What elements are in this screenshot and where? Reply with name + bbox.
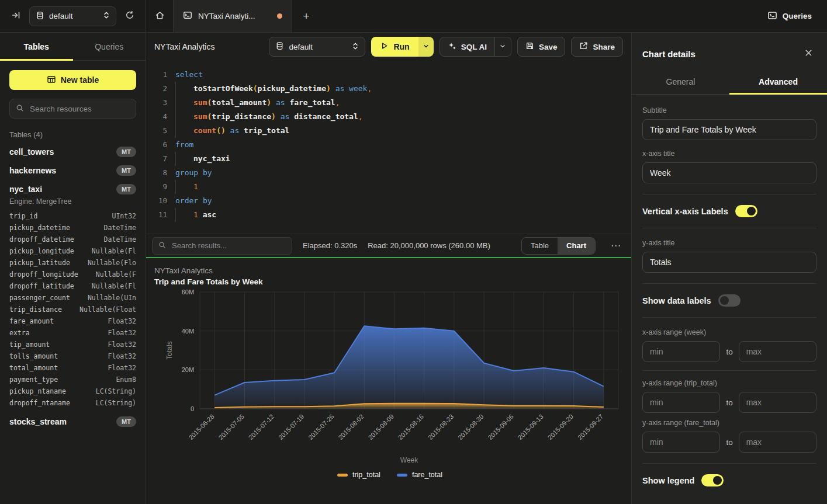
search-resources-input[interactable] — [29, 104, 130, 114]
share-label: Share — [593, 43, 615, 51]
save-button[interactable]: Save — [517, 37, 566, 57]
sql-ai-button[interactable]: SQL AI — [440, 37, 494, 56]
view-toggle: Table Chart — [521, 237, 596, 255]
search-icon — [158, 241, 166, 251]
tab-nytaxi-analytics[interactable]: NYTaxi Analyti... — [173, 0, 292, 32]
toggle-knob — [747, 207, 756, 215]
code-text: select — [175, 68, 203, 82]
code-text: toStartOfWeek(pickup_datetime) as week, — [175, 82, 372, 96]
view-toggle-chart[interactable]: Chart — [558, 238, 595, 254]
table-name: cell_towers — [9, 147, 54, 157]
save-icon — [525, 41, 534, 52]
close-panel-button[interactable] — [801, 48, 816, 60]
column-row: pickup_longitudeNullable(Fl — [9, 245, 136, 257]
chevron-down-icon — [499, 42, 506, 51]
xaxis-range-row: to — [642, 341, 816, 362]
show-data-labels-row: Show data labels — [642, 294, 816, 307]
home-button[interactable] — [146, 0, 173, 32]
yaxis-range-fare-max-input[interactable] — [739, 432, 816, 453]
query-tab-icon — [183, 11, 192, 22]
column-row: tolls_amountFloat32 — [9, 350, 136, 362]
line-number: 4 — [146, 110, 167, 124]
column-name: extra — [9, 327, 30, 339]
table-item-hackernews[interactable]: hackernews MT — [9, 161, 136, 180]
sql-ai-options-button[interactable] — [494, 37, 511, 56]
refresh-button[interactable] — [121, 8, 139, 25]
query-database-selector[interactable]: default — [269, 37, 365, 57]
table-name: stocks_stream — [9, 417, 67, 426]
column-name: dropoff_datetime — [9, 234, 74, 245]
new-table-button[interactable]: New table — [9, 70, 136, 90]
svg-text:2015-07-19: 2015-07-19 — [277, 413, 305, 441]
yaxis-title-input[interactable] — [642, 252, 816, 273]
new-tab-button[interactable]: + — [292, 0, 320, 32]
yaxis-range-trip-min-input[interactable] — [642, 392, 720, 413]
xaxis-range-min-input[interactable] — [642, 341, 720, 362]
code-line: 6from — [146, 138, 631, 152]
yaxis-range-trip-max-input[interactable] — [739, 392, 816, 413]
toggle-knob — [713, 476, 722, 485]
queries-button[interactable]: Queries — [764, 10, 815, 23]
view-toggle-table[interactable]: Table — [522, 238, 558, 254]
code-text: count() as trip_total — [175, 124, 289, 138]
engine-badge: MT — [116, 184, 136, 194]
queries-button-label: Queries — [783, 12, 812, 20]
to-label: to — [726, 398, 732, 407]
yaxis-range-fare-label: y-axis range (fare_total) — [642, 419, 816, 427]
svg-text:2015-08-23: 2015-08-23 — [427, 413, 455, 441]
results-search — [152, 237, 292, 255]
chart-panel: NYTaxi Analytics Trip and Fare Totals by… — [146, 258, 631, 504]
column-row: passenger_countNullable(UIn — [9, 292, 136, 304]
column-name: trip_id — [9, 210, 37, 222]
database-selector[interactable]: default — [29, 6, 116, 26]
tables-section-label: Tables (4) — [9, 130, 136, 139]
toggle-knob — [720, 296, 729, 305]
tab-advanced[interactable]: Advanced — [729, 70, 827, 94]
yaxis-range-fare-min-input[interactable] — [642, 432, 720, 453]
tab-general[interactable]: General — [632, 70, 729, 94]
sidebar-search — [9, 99, 136, 119]
table-item-stocks-stream[interactable]: stocks_stream MT — [9, 412, 136, 431]
vertical-xaxis-labels-toggle[interactable] — [735, 205, 757, 217]
sidebar-tab-tables[interactable]: Tables — [0, 33, 73, 60]
share-button[interactable]: Share — [571, 37, 623, 57]
sql-editor[interactable]: 1select2toStartOfWeek(pickup_datetime) a… — [146, 61, 631, 234]
column-name: trip_distance — [9, 304, 62, 315]
code-line: 1select — [146, 68, 631, 82]
sidebar-tab-queries[interactable]: Queries — [73, 33, 146, 60]
app-root: default NYTaxi Analyti.. — [0, 0, 827, 504]
collapse-sidebar-button[interactable] — [7, 8, 25, 25]
svg-text:2015-08-09: 2015-08-09 — [367, 413, 395, 441]
column-name: pickup_longitude — [9, 245, 74, 257]
column-name: pickup_latitude — [9, 257, 70, 269]
table-item-nyc-taxi[interactable]: nyc_taxi MT — [9, 180, 136, 199]
svg-text:Totals: Totals — [165, 341, 174, 359]
column-name: pickup_ntaname — [9, 385, 66, 397]
xaxis-title-input[interactable] — [642, 162, 816, 183]
column-type: Float32 — [108, 315, 136, 327]
subtitle-input[interactable] — [642, 119, 816, 140]
show-data-labels-toggle[interactable] — [718, 294, 741, 307]
show-legend-label: Show legend — [642, 476, 694, 485]
ellipsis-icon: ⋯ — [611, 240, 621, 251]
to-label: to — [726, 438, 732, 447]
run-button-group: Run — [371, 37, 433, 57]
column-name: total_amount — [9, 362, 58, 374]
column-row: fare_amountFloat32 — [9, 315, 136, 327]
panel-body: Subtitle x-axis title Vertical x-axis La… — [632, 95, 827, 504]
column-name: pickup_datetime — [9, 222, 70, 234]
elapsed-stat: Elapsed: 0.320s — [303, 241, 357, 250]
divider — [642, 370, 816, 371]
column-type: Nullable(F — [96, 269, 136, 280]
run-button[interactable]: Run — [371, 37, 418, 57]
xaxis-range-max-input[interactable] — [739, 341, 816, 362]
legend-item-trip_total[interactable]: trip_total — [337, 471, 380, 479]
legend-item-fare_total[interactable]: fare_total — [397, 471, 442, 479]
search-results-input[interactable] — [171, 241, 286, 251]
svg-text:2015-09-27: 2015-09-27 — [576, 413, 604, 441]
more-options-button[interactable]: ⋯ — [606, 239, 625, 252]
column-type: Float32 — [108, 350, 136, 362]
show-legend-toggle[interactable] — [701, 474, 724, 486]
table-item-cell-towers[interactable]: cell_towers MT — [9, 142, 136, 161]
run-options-button[interactable] — [418, 37, 434, 57]
